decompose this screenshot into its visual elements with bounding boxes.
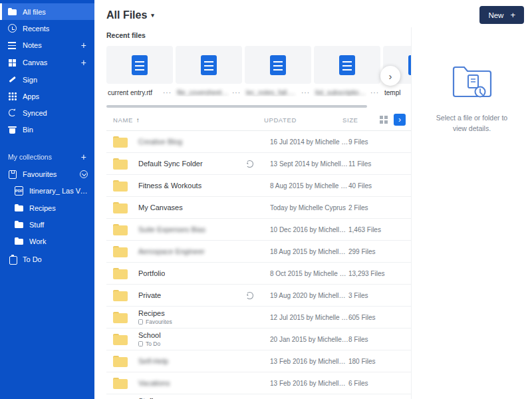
name-line: My Canvases	[138, 203, 265, 211]
collapse-chevron-icon[interactable]	[80, 170, 88, 178]
size-cell: 11 Files	[348, 160, 406, 168]
table-row[interactable]: Default Sync Folder 13 Sept 2014 by Mich…	[106, 153, 411, 175]
folder-icon	[113, 378, 128, 389]
table-row[interactable]: Recipes Favourites 12 Jul 2015 by Michel…	[106, 307, 411, 329]
table-row[interactable]: Suite Expenses Bias 10 Dec 2016 by Miche…	[106, 219, 411, 241]
file-name: lec_notes_fall.doc	[246, 89, 299, 96]
sidebar-nav: All files Recents Notes + Canvas + Sig	[0, 3, 94, 138]
add-collection-icon[interactable]: +	[80, 152, 88, 162]
collections-section: My collections + Favourites Itinerary_ L…	[0, 148, 94, 267]
table-row[interactable]: Aerospace Engineer 18 Aug 2015 by Michel…	[106, 241, 411, 263]
sidebar-item[interactable]: Bin	[0, 121, 94, 138]
add-icon[interactable]: +	[80, 41, 88, 50]
details-panel-toggle[interactable]: ›	[394, 114, 406, 126]
name-cell: Recipes Favourites	[138, 309, 270, 325]
folder-icon	[113, 268, 128, 279]
folder-name: Fitness & Workouts	[138, 182, 201, 190]
more-options-icon[interactable]: ···	[232, 90, 241, 96]
name-line: Suite Expenses Bias	[138, 225, 265, 233]
name-line: Fitness & Workouts	[138, 182, 265, 190]
column-header-updated[interactable]: UPDATED	[264, 116, 342, 124]
file-name: current entry.rtf	[108, 89, 160, 96]
sidebar-item[interactable]: Synced	[0, 104, 94, 121]
horizontal-scrollbar[interactable]	[106, 105, 367, 108]
recent-files-heading: Recent files	[106, 31, 411, 39]
column-header-name[interactable]: NAME ↑	[113, 116, 264, 124]
sidebar-item[interactable]: Apps	[0, 88, 94, 104]
folder-name: Recipes	[138, 309, 165, 317]
updated-cell: 18 Aug 2015 by Michelle ...	[270, 248, 348, 255]
name-cell: School To Do	[138, 331, 270, 347]
favourite-item[interactable]: Stuff	[0, 216, 94, 233]
sidebar-item-icon	[8, 125, 17, 134]
sidebar-item-label: Notes	[23, 41, 74, 49]
card-name-row: current entry.rtf ···	[106, 89, 173, 96]
updated-cell: 13 Feb 2016 by Michelle ...	[270, 380, 348, 387]
name-cell: Aerospace Engineer	[138, 247, 270, 255]
recent-file-card[interactable]: current entry.rtf ···	[106, 46, 173, 96]
sidebar-item-favourites[interactable]: Favourites	[0, 166, 94, 182]
table-row[interactable]: Private 19 Aug 2020 by Michelle ... 3 Fi…	[106, 285, 411, 307]
updated-cell: Today by Michelle Cyprus	[270, 204, 348, 211]
updated-cell: 13 Feb 2016 by Michelle ...	[270, 358, 348, 365]
card-name-row: templ ···	[383, 89, 411, 96]
sidebar-item[interactable]: Notes +	[0, 37, 94, 54]
card-name-row: lec_notes_fall.doc ···	[245, 89, 311, 96]
name-line: Private	[138, 291, 265, 300]
more-options-icon[interactable]: ···	[301, 90, 310, 96]
folder-name: Creative Blog	[138, 138, 182, 146]
sidebar-item-icon	[8, 92, 17, 100]
sidebar-item[interactable]: All files	[0, 3, 94, 20]
name-cell: Private	[138, 291, 270, 300]
recent-file-card[interactable]: lec_notes_fall.doc ···	[245, 46, 311, 96]
folder-name: Vacations	[138, 379, 170, 387]
folder-icon	[113, 180, 128, 192]
more-options-icon[interactable]: ···	[370, 90, 379, 96]
table-row[interactable]: Stuff Favourites 10 Jul 2014 by Michelle…	[106, 394, 411, 399]
add-icon[interactable]: +	[80, 58, 88, 67]
sort-ascending-icon[interactable]: ↑	[136, 116, 140, 124]
file-name: list_subscriptions.doc	[315, 89, 368, 96]
collection-tag-icon	[138, 319, 143, 325]
table-row[interactable]: Fitness & Workouts 8 Aug 2015 by Michell…	[106, 175, 411, 197]
folder-icon	[113, 290, 128, 301]
more-options-icon[interactable]: ···	[163, 90, 172, 96]
grid-view-icon[interactable]	[380, 116, 388, 124]
size-cell: 6 Files	[348, 380, 406, 387]
table-row[interactable]: Portfolio 8 Oct 2015 by Michelle C... 13…	[106, 263, 411, 285]
sidebar-item-todo[interactable]: To Do	[0, 251, 94, 267]
folder-name: Private	[138, 291, 161, 299]
sidebar-item-label: Sign	[23, 76, 88, 84]
favourite-item[interactable]: Itinerary_ Las Vega...	[0, 182, 94, 200]
table-row[interactable]: My Canvases Today by Michelle Cyprus 2 F…	[106, 197, 411, 219]
size-cell: 3 Files	[348, 292, 406, 299]
name-line: School	[138, 331, 265, 339]
todo-label: To Do	[23, 255, 88, 263]
sidebar-item[interactable]: Sign	[0, 71, 94, 88]
new-button[interactable]: New +	[479, 6, 524, 24]
size-cell: 299 Files	[348, 248, 406, 255]
sidebar-item[interactable]: Recents	[0, 20, 94, 37]
file-name: templ	[384, 89, 411, 96]
table-row[interactable]: School To Do 20 Jan 2015 by Michelle ...…	[106, 329, 411, 350]
my-collections-header[interactable]: My collections +	[0, 148, 94, 166]
page-title-text: All Files	[106, 9, 147, 21]
favourites-items: Itinerary_ Las Vega... Recipes Stuff Wor…	[0, 182, 94, 249]
recent-file-card[interactable]: file_coversheet.doc ···	[176, 46, 242, 96]
favourite-item[interactable]: Recipes	[0, 200, 94, 216]
table-row[interactable]: Vacations 13 Feb 2016 by Michelle ... 6 …	[106, 372, 411, 394]
name-line: Default Sync Folder	[138, 160, 265, 168]
carousel-next-button[interactable]: ›	[380, 66, 400, 86]
sidebar-item[interactable]: Canvas +	[0, 54, 94, 71]
folder-name: Self-Help	[138, 357, 168, 365]
favourite-item-icon	[15, 203, 23, 212]
favourite-item[interactable]: Work	[0, 233, 94, 249]
name-line: Self-Help	[138, 357, 265, 365]
page-title[interactable]: All Files ▾	[106, 9, 154, 21]
updated-cell: 12 Jul 2015 by Michelle C...	[270, 314, 348, 321]
recent-file-card[interactable]: list_subscriptions.doc ···	[314, 46, 380, 96]
column-header-size[interactable]: SIZE	[342, 116, 380, 124]
size-cell: 40 Files	[348, 182, 406, 190]
table-row[interactable]: Creative Blog 16 Jul 2014 by Michelle C.…	[106, 131, 411, 153]
table-row[interactable]: Self-Help 13 Feb 2016 by Michelle ... 18…	[106, 350, 411, 372]
